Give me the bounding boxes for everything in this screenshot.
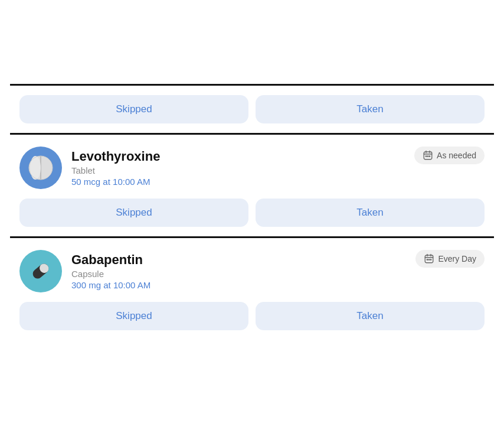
gabapentin-schedule-label: Every Day xyxy=(438,254,476,263)
gabapentin-taken-button[interactable]: Taken xyxy=(256,302,485,330)
levothyroxine-skipped-button[interactable]: Skipped xyxy=(19,199,248,227)
levothyroxine-left: Levothyroxine Tablet 50 mcg at 10:00 AM xyxy=(19,147,160,189)
tablet-svg xyxy=(27,154,54,181)
gabapentin-schedule-badge: Every Day xyxy=(415,250,485,268)
gabapentin-icon xyxy=(19,250,62,292)
levothyroxine-action-buttons: Skipped Taken xyxy=(19,199,485,227)
gabapentin-card: Gabapentin Capsule 300 mg at 10:00 AM Ev… xyxy=(10,238,494,340)
gabapentin-action-buttons: Skipped Taken xyxy=(19,302,485,330)
svg-point-19 xyxy=(431,259,432,260)
partial-taken-button[interactable]: Taken xyxy=(256,95,485,123)
gabapentin-left: Gabapentin Capsule 300 mg at 10:00 AM xyxy=(19,250,150,292)
levothyroxine-card: Levothyroxine Tablet 50 mcg at 10:00 AM … xyxy=(10,135,494,238)
gabapentin-type: Capsule xyxy=(71,269,150,279)
svg-point-2 xyxy=(30,156,41,180)
svg-point-10 xyxy=(429,155,430,157)
levothyroxine-type: Tablet xyxy=(71,165,160,175)
svg-point-8 xyxy=(426,155,427,157)
levothyroxine-name: Levothyroxine xyxy=(71,149,160,164)
calendar-icon-2 xyxy=(424,253,434,264)
levothyroxine-info: Levothyroxine Tablet 50 mcg at 10:00 AM xyxy=(71,149,160,187)
gabapentin-info: Gabapentin Capsule 300 mg at 10:00 AM xyxy=(71,252,150,290)
calendar-icon xyxy=(423,150,433,161)
gabapentin-skipped-button[interactable]: Skipped xyxy=(19,302,248,330)
levothyroxine-schedule-badge: As needed xyxy=(414,147,485,164)
svg-point-18 xyxy=(429,259,430,260)
levothyroxine-dose: 50 mcg at 10:00 AM xyxy=(71,177,160,187)
partial-action-buttons: Skipped Taken xyxy=(19,95,485,123)
capsule-svg xyxy=(26,256,55,286)
svg-point-17 xyxy=(427,259,428,260)
svg-point-9 xyxy=(427,155,428,157)
gabapentin-name: Gabapentin xyxy=(71,252,150,268)
gabapentin-dose: 300 mg at 10:00 AM xyxy=(71,280,150,290)
levothyroxine-schedule-label: As needed xyxy=(437,151,476,160)
levothyroxine-header: Levothyroxine Tablet 50 mcg at 10:00 AM … xyxy=(19,147,485,189)
partial-skipped-button[interactable]: Skipped xyxy=(19,95,248,123)
levothyroxine-taken-button[interactable]: Taken xyxy=(256,199,485,227)
levothyroxine-icon xyxy=(19,147,62,189)
partial-medication-card: Skipped Taken xyxy=(10,84,494,135)
gabapentin-header: Gabapentin Capsule 300 mg at 10:00 AM Ev… xyxy=(19,250,485,292)
